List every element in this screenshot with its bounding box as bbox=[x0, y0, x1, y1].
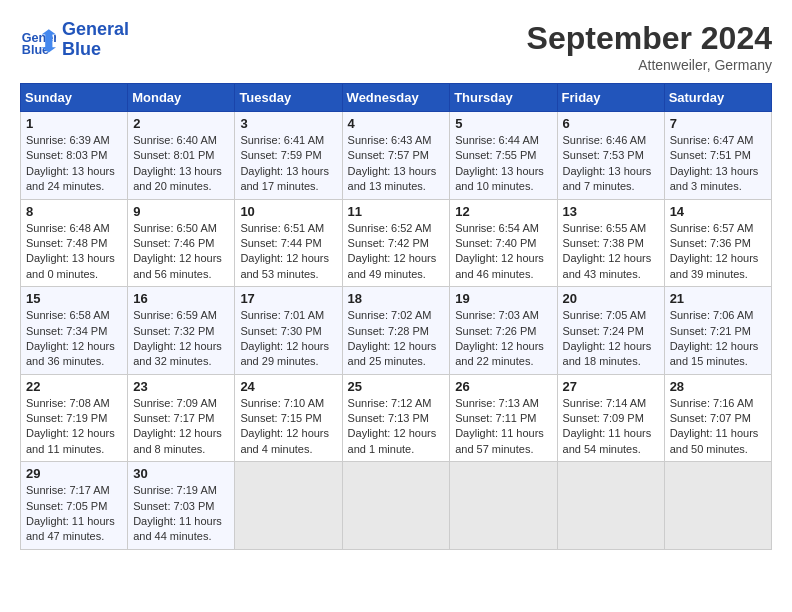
weekday-header: Monday bbox=[128, 84, 235, 112]
day-detail: Sunrise: 6:41 AMSunset: 7:59 PMDaylight:… bbox=[240, 134, 329, 192]
calendar-cell: 10Sunrise: 6:51 AMSunset: 7:44 PMDayligh… bbox=[235, 199, 342, 287]
calendar-cell bbox=[664, 462, 771, 550]
calendar-cell: 25Sunrise: 7:12 AMSunset: 7:13 PMDayligh… bbox=[342, 374, 450, 462]
day-number: 20 bbox=[563, 291, 659, 306]
day-detail: Sunrise: 6:48 AMSunset: 7:48 PMDaylight:… bbox=[26, 222, 115, 280]
day-detail: Sunrise: 6:59 AMSunset: 7:32 PMDaylight:… bbox=[133, 309, 222, 367]
day-detail: Sunrise: 7:05 AMSunset: 7:24 PMDaylight:… bbox=[563, 309, 652, 367]
day-detail: Sunrise: 6:43 AMSunset: 7:57 PMDaylight:… bbox=[348, 134, 437, 192]
day-number: 23 bbox=[133, 379, 229, 394]
day-detail: Sunrise: 7:01 AMSunset: 7:30 PMDaylight:… bbox=[240, 309, 329, 367]
calendar-cell: 21Sunrise: 7:06 AMSunset: 7:21 PMDayligh… bbox=[664, 287, 771, 375]
calendar-cell bbox=[342, 462, 450, 550]
day-detail: Sunrise: 7:02 AMSunset: 7:28 PMDaylight:… bbox=[348, 309, 437, 367]
day-detail: Sunrise: 7:19 AMSunset: 7:03 PMDaylight:… bbox=[133, 484, 222, 542]
day-detail: Sunrise: 6:57 AMSunset: 7:36 PMDaylight:… bbox=[670, 222, 759, 280]
weekday-header-row: SundayMondayTuesdayWednesdayThursdayFrid… bbox=[21, 84, 772, 112]
day-number: 3 bbox=[240, 116, 336, 131]
calendar-cell: 30Sunrise: 7:19 AMSunset: 7:03 PMDayligh… bbox=[128, 462, 235, 550]
day-detail: Sunrise: 6:40 AMSunset: 8:01 PMDaylight:… bbox=[133, 134, 222, 192]
weekday-header: Sunday bbox=[21, 84, 128, 112]
day-detail: Sunrise: 6:52 AMSunset: 7:42 PMDaylight:… bbox=[348, 222, 437, 280]
day-number: 19 bbox=[455, 291, 551, 306]
day-number: 5 bbox=[455, 116, 551, 131]
month-title: September 2024 bbox=[527, 20, 772, 57]
day-detail: Sunrise: 6:58 AMSunset: 7:34 PMDaylight:… bbox=[26, 309, 115, 367]
day-number: 9 bbox=[133, 204, 229, 219]
location: Attenweiler, Germany bbox=[527, 57, 772, 73]
day-number: 2 bbox=[133, 116, 229, 131]
day-number: 13 bbox=[563, 204, 659, 219]
calendar-cell: 7Sunrise: 6:47 AMSunset: 7:51 PMDaylight… bbox=[664, 112, 771, 200]
day-number: 1 bbox=[26, 116, 122, 131]
calendar-cell: 26Sunrise: 7:13 AMSunset: 7:11 PMDayligh… bbox=[450, 374, 557, 462]
day-detail: Sunrise: 7:13 AMSunset: 7:11 PMDaylight:… bbox=[455, 397, 544, 455]
calendar-cell: 3Sunrise: 6:41 AMSunset: 7:59 PMDaylight… bbox=[235, 112, 342, 200]
day-detail: Sunrise: 7:16 AMSunset: 7:07 PMDaylight:… bbox=[670, 397, 759, 455]
day-number: 14 bbox=[670, 204, 766, 219]
day-detail: Sunrise: 6:54 AMSunset: 7:40 PMDaylight:… bbox=[455, 222, 544, 280]
day-detail: Sunrise: 6:55 AMSunset: 7:38 PMDaylight:… bbox=[563, 222, 652, 280]
day-number: 16 bbox=[133, 291, 229, 306]
day-detail: Sunrise: 6:46 AMSunset: 7:53 PMDaylight:… bbox=[563, 134, 652, 192]
calendar-cell: 8Sunrise: 6:48 AMSunset: 7:48 PMDaylight… bbox=[21, 199, 128, 287]
day-number: 26 bbox=[455, 379, 551, 394]
calendar-cell: 27Sunrise: 7:14 AMSunset: 7:09 PMDayligh… bbox=[557, 374, 664, 462]
calendar-cell: 22Sunrise: 7:08 AMSunset: 7:19 PMDayligh… bbox=[21, 374, 128, 462]
calendar-cell: 19Sunrise: 7:03 AMSunset: 7:26 PMDayligh… bbox=[450, 287, 557, 375]
calendar-week-row: 22Sunrise: 7:08 AMSunset: 7:19 PMDayligh… bbox=[21, 374, 772, 462]
calendar-cell bbox=[557, 462, 664, 550]
calendar-cell: 24Sunrise: 7:10 AMSunset: 7:15 PMDayligh… bbox=[235, 374, 342, 462]
weekday-header: Saturday bbox=[664, 84, 771, 112]
calendar-cell: 12Sunrise: 6:54 AMSunset: 7:40 PMDayligh… bbox=[450, 199, 557, 287]
day-number: 24 bbox=[240, 379, 336, 394]
day-detail: Sunrise: 6:51 AMSunset: 7:44 PMDaylight:… bbox=[240, 222, 329, 280]
day-number: 10 bbox=[240, 204, 336, 219]
day-detail: Sunrise: 7:03 AMSunset: 7:26 PMDaylight:… bbox=[455, 309, 544, 367]
calendar-week-row: 1Sunrise: 6:39 AMSunset: 8:03 PMDaylight… bbox=[21, 112, 772, 200]
day-detail: Sunrise: 7:08 AMSunset: 7:19 PMDaylight:… bbox=[26, 397, 115, 455]
calendar-cell: 29Sunrise: 7:17 AMSunset: 7:05 PMDayligh… bbox=[21, 462, 128, 550]
calendar-cell: 18Sunrise: 7:02 AMSunset: 7:28 PMDayligh… bbox=[342, 287, 450, 375]
weekday-header: Wednesday bbox=[342, 84, 450, 112]
logo-icon: General Blue bbox=[20, 22, 56, 58]
calendar-cell: 17Sunrise: 7:01 AMSunset: 7:30 PMDayligh… bbox=[235, 287, 342, 375]
day-detail: Sunrise: 7:12 AMSunset: 7:13 PMDaylight:… bbox=[348, 397, 437, 455]
calendar-table: SundayMondayTuesdayWednesdayThursdayFrid… bbox=[20, 83, 772, 550]
day-number: 22 bbox=[26, 379, 122, 394]
title-block: September 2024 Attenweiler, Germany bbox=[527, 20, 772, 73]
logo-text: GeneralBlue bbox=[62, 20, 129, 60]
calendar-cell: 23Sunrise: 7:09 AMSunset: 7:17 PMDayligh… bbox=[128, 374, 235, 462]
day-number: 12 bbox=[455, 204, 551, 219]
day-detail: Sunrise: 6:39 AMSunset: 8:03 PMDaylight:… bbox=[26, 134, 115, 192]
calendar-cell: 4Sunrise: 6:43 AMSunset: 7:57 PMDaylight… bbox=[342, 112, 450, 200]
weekday-header: Thursday bbox=[450, 84, 557, 112]
calendar-cell: 5Sunrise: 6:44 AMSunset: 7:55 PMDaylight… bbox=[450, 112, 557, 200]
calendar-cell: 2Sunrise: 6:40 AMSunset: 8:01 PMDaylight… bbox=[128, 112, 235, 200]
calendar-cell: 1Sunrise: 6:39 AMSunset: 8:03 PMDaylight… bbox=[21, 112, 128, 200]
weekday-header: Tuesday bbox=[235, 84, 342, 112]
page-header: General Blue GeneralBlue September 2024 … bbox=[20, 20, 772, 73]
day-number: 28 bbox=[670, 379, 766, 394]
day-detail: Sunrise: 7:09 AMSunset: 7:17 PMDaylight:… bbox=[133, 397, 222, 455]
calendar-cell: 20Sunrise: 7:05 AMSunset: 7:24 PMDayligh… bbox=[557, 287, 664, 375]
day-number: 17 bbox=[240, 291, 336, 306]
day-number: 30 bbox=[133, 466, 229, 481]
calendar-week-row: 15Sunrise: 6:58 AMSunset: 7:34 PMDayligh… bbox=[21, 287, 772, 375]
calendar-cell bbox=[450, 462, 557, 550]
day-number: 7 bbox=[670, 116, 766, 131]
calendar-cell: 11Sunrise: 6:52 AMSunset: 7:42 PMDayligh… bbox=[342, 199, 450, 287]
day-detail: Sunrise: 7:06 AMSunset: 7:21 PMDaylight:… bbox=[670, 309, 759, 367]
day-number: 11 bbox=[348, 204, 445, 219]
calendar-cell: 16Sunrise: 6:59 AMSunset: 7:32 PMDayligh… bbox=[128, 287, 235, 375]
day-detail: Sunrise: 7:14 AMSunset: 7:09 PMDaylight:… bbox=[563, 397, 652, 455]
day-detail: Sunrise: 7:10 AMSunset: 7:15 PMDaylight:… bbox=[240, 397, 329, 455]
day-detail: Sunrise: 6:47 AMSunset: 7:51 PMDaylight:… bbox=[670, 134, 759, 192]
day-number: 18 bbox=[348, 291, 445, 306]
calendar-cell: 6Sunrise: 6:46 AMSunset: 7:53 PMDaylight… bbox=[557, 112, 664, 200]
calendar-cell: 28Sunrise: 7:16 AMSunset: 7:07 PMDayligh… bbox=[664, 374, 771, 462]
day-detail: Sunrise: 6:44 AMSunset: 7:55 PMDaylight:… bbox=[455, 134, 544, 192]
day-number: 8 bbox=[26, 204, 122, 219]
day-number: 29 bbox=[26, 466, 122, 481]
calendar-cell: 14Sunrise: 6:57 AMSunset: 7:36 PMDayligh… bbox=[664, 199, 771, 287]
